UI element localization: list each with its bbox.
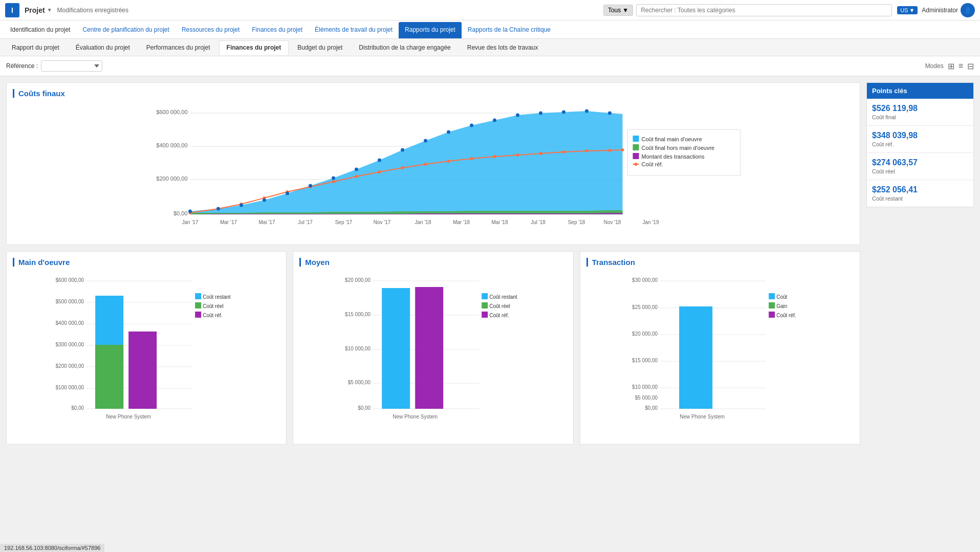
user-menu[interactable]: Administrator 👤	[922, 3, 975, 17]
sub-tab-evaluation[interactable]: Évaluation du projet	[68, 40, 138, 55]
svg-text:$0,00: $0,00	[358, 405, 371, 411]
nav-tab-elements[interactable]: Éléments de travail du projet	[309, 22, 399, 38]
sub-tabs: Rapport du projet Évaluation du projet P…	[0, 39, 980, 56]
reference-select[interactable]	[41, 60, 102, 72]
svg-rect-129	[679, 306, 712, 409]
svg-text:New Phone System: New Phone System	[680, 414, 725, 419]
locale-arrow-icon: ▼	[909, 7, 914, 13]
svg-text:$0,00: $0,00	[71, 405, 84, 411]
locale-button[interactable]: US ▼	[897, 6, 918, 14]
svg-text:Jan '18: Jan '18	[415, 219, 431, 225]
svg-text:$25 000,00: $25 000,00	[632, 304, 658, 310]
svg-rect-68	[633, 153, 639, 159]
svg-text:Jul '17: Jul '17	[298, 219, 313, 225]
grid-view-icon[interactable]: ⊞	[948, 61, 954, 71]
svg-text:Coût réf.: Coût réf.	[489, 313, 509, 318]
svg-text:$200 000,00: $200 000,00	[56, 363, 84, 369]
project-label: Projet	[25, 6, 45, 14]
filter-label: Tous	[608, 7, 621, 14]
project-arrow-icon[interactable]: ▼	[47, 7, 52, 13]
svg-rect-93	[195, 302, 201, 308]
svg-rect-135	[769, 312, 775, 318]
couts-finaux-svg: $600 000,00 $400 000,00 $200 000,00 $0,0…	[13, 104, 854, 237]
sub-tab-distribution[interactable]: Distribution de la charge engagée	[351, 40, 458, 55]
svg-text:$600 000,00: $600 000,00	[56, 277, 84, 283]
nav-tab-planification[interactable]: Centre de planification du projet	[76, 22, 175, 38]
kpi-cout-restant-label: Coût restant	[872, 195, 968, 202]
svg-point-26	[539, 152, 542, 155]
svg-rect-88	[95, 345, 123, 409]
sub-tab-lots[interactable]: Revue des lots de travaux	[460, 40, 546, 55]
svg-point-33	[239, 204, 243, 207]
filter-arrow-icon: ▼	[622, 7, 628, 14]
svg-text:Coût réf.: Coût réf.	[642, 161, 663, 167]
svg-point-43	[470, 124, 473, 127]
svg-text:$30 000,00: $30 000,00	[632, 277, 658, 283]
svg-point-27	[562, 150, 565, 153]
svg-rect-108	[415, 287, 443, 409]
transaction-section: Transaction $30 000,00 $25 000,00 $20 00…	[580, 251, 860, 445]
svg-text:$20 000,00: $20 000,00	[632, 331, 658, 337]
list-view-icon[interactable]: ≡	[959, 61, 963, 71]
reference-bar: Référence : Modes ⊞ ≡ ⊟	[0, 56, 980, 76]
svg-rect-112	[482, 302, 488, 308]
svg-point-45	[516, 114, 519, 117]
svg-point-21	[424, 163, 427, 166]
moyen-title: Moyen	[299, 258, 567, 267]
reference-right: Modes ⊞ ≡ ⊟	[925, 61, 974, 71]
svg-text:Coût restant: Coût restant	[489, 294, 517, 300]
couts-finaux-chart: $600 000,00 $400 000,00 $200 000,00 $0,0…	[13, 104, 854, 238]
main-content: Coûts finaux $600 000,00 $400 000,00 $20…	[0, 76, 980, 451]
svg-text:$15 000,00: $15 000,00	[345, 312, 371, 317]
sub-tab-rapport[interactable]: Rapport du projet	[4, 40, 67, 55]
svg-rect-91	[195, 293, 201, 299]
filter-button[interactable]: Tous ▼	[603, 5, 633, 16]
side-panel: Points clés $526 119,98 Coût final $348 …	[866, 82, 974, 445]
svg-text:Sep '17: Sep '17	[335, 219, 353, 225]
moyen-section: Moyen $20 000,00 $15 000,00 $10 000,00 $…	[293, 251, 573, 445]
nav-tab-finances[interactable]: Finances du projet	[246, 22, 309, 38]
transaction-title: Transaction	[586, 258, 854, 267]
points-cles-header: Points clés	[867, 83, 973, 99]
search-input[interactable]	[636, 4, 892, 16]
svg-text:$100 000,00: $100 000,00	[56, 385, 84, 390]
svg-point-49	[608, 112, 612, 115]
svg-rect-89	[128, 332, 157, 409]
user-name: Administrator	[922, 7, 958, 14]
svg-text:Coût réel: Coût réel	[203, 303, 224, 309]
points-cles-panel: Points clés $526 119,98 Coût final $348 …	[866, 82, 974, 207]
svg-text:$5 000,00: $5 000,00	[348, 380, 371, 385]
sub-tab-performances[interactable]: Performances du projet	[139, 40, 218, 55]
nav-tab-ressources[interactable]: Ressources du projet	[176, 22, 246, 38]
user-avatar: 👤	[961, 3, 975, 17]
nav-tab-chaine[interactable]: Rapports de la Chaîne critique	[462, 22, 557, 38]
moyen-svg: $20 000,00 $15 000,00 $10 000,00 $5 000,…	[299, 273, 567, 436]
svg-text:Nov '17: Nov '17	[374, 219, 391, 225]
svg-point-20	[401, 166, 404, 169]
kpi-cout-reel-label: Coût réel	[872, 168, 968, 174]
split-view-icon[interactable]: ⊟	[967, 61, 974, 71]
nav-tab-identification[interactable]: Identification du projet	[4, 22, 76, 38]
svg-point-44	[493, 119, 496, 122]
couts-finaux-title: Coûts finaux	[13, 89, 854, 98]
svg-text:$200 000,00: $200 000,00	[156, 175, 187, 182]
top-bar-right: US ▼ Administrator 👤	[897, 3, 975, 17]
svg-rect-66	[633, 144, 639, 150]
svg-point-36	[309, 184, 312, 188]
charts-area: Coûts finaux $600 000,00 $400 000,00 $20…	[6, 82, 860, 445]
sub-tab-finances[interactable]: Finances du projet	[219, 40, 289, 55]
svg-point-19	[378, 170, 381, 173]
svg-point-47	[562, 111, 565, 114]
nav-tab-rapports[interactable]: Rapports du projet	[399, 22, 462, 38]
transaction-svg: $30 000,00 $25 000,00 $20 000,00 $15 000…	[586, 273, 854, 436]
main-doeuvre-section: Main d'oeuvre $600 000,00 $500 000,00 $4…	[6, 251, 287, 445]
svg-rect-133	[769, 302, 775, 308]
svg-text:Mai '17: Mai '17	[259, 219, 275, 225]
svg-point-34	[263, 198, 266, 202]
svg-point-41	[424, 139, 427, 143]
kpi-cout-final-value: $526 119,98	[872, 104, 968, 113]
kpi-cout-reel: $274 063,57 Coût réel	[867, 153, 973, 180]
app-logo: I	[5, 3, 19, 17]
sub-tab-budget[interactable]: Budget du projet	[290, 40, 350, 55]
project-title: Projet ▼	[25, 6, 52, 14]
